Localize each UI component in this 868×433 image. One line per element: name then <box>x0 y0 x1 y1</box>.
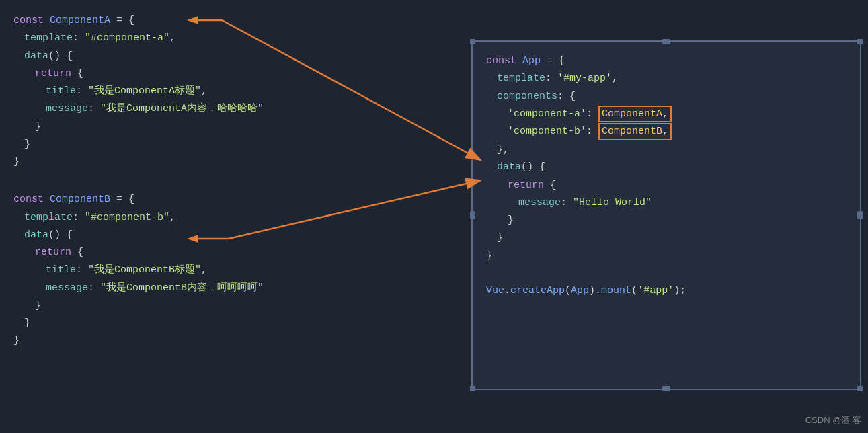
right-code-panel: const App = { template: '#my-app', compo… <box>471 40 861 390</box>
code-line-empty <box>486 265 846 282</box>
code-line: } <box>35 297 417 315</box>
code-line: template: "#component-a", <box>24 30 417 47</box>
resize-handle-left[interactable] <box>470 211 475 219</box>
code-line: return { <box>508 177 846 194</box>
code-line: template: '#my-app', <box>497 70 846 87</box>
component-a-highlight: ComponentA, <box>598 106 672 122</box>
code-line: const ComponentA = { <box>13 12 417 30</box>
code-line: return { <box>35 244 417 262</box>
corner-handle-bl[interactable] <box>470 386 475 391</box>
main-container: const ComponentA = { template: "#compone… <box>0 0 868 433</box>
component-b-block: const ComponentB = { template: "#compone… <box>13 191 417 350</box>
resize-handle-top[interactable] <box>662 39 670 44</box>
component-b-highlight: ComponentB, <box>598 123 672 140</box>
corner-handle-tl[interactable] <box>470 39 475 44</box>
corner-handle-br[interactable] <box>857 386 863 391</box>
resize-handle-bottom[interactable] <box>662 386 670 391</box>
code-line: } <box>13 332 417 350</box>
code-line: const ComponentB = { <box>13 191 417 208</box>
code-line-component-a: 'component-a': ComponentA, <box>508 106 846 124</box>
corner-handle-tr[interactable] <box>857 39 863 44</box>
component-a-block: const ComponentA = { template: "#compone… <box>13 12 417 171</box>
code-line: template: "#component-b", <box>24 209 417 227</box>
code-line: } <box>24 315 417 332</box>
code-line: return { <box>35 65 417 83</box>
code-line: components: { <box>497 88 846 106</box>
code-line: } <box>508 212 846 229</box>
code-line: data() { <box>497 159 846 176</box>
code-line: } <box>497 229 846 247</box>
code-line: message: "我是ComponentB内容，呵呵呵呵" <box>46 280 417 297</box>
code-line: } <box>35 118 417 136</box>
code-line: message: "Hello World" <box>518 194 846 212</box>
code-line-mount: Vue.createApp(App).mount('#app'); <box>486 282 846 300</box>
code-line: } <box>13 153 417 171</box>
code-line: message: "我是ComponentA内容，哈哈哈哈" <box>46 100 417 118</box>
code-line: } <box>24 136 417 153</box>
code-line: data() { <box>24 48 417 65</box>
code-line: }, <box>497 141 846 159</box>
watermark: CSDN @酒 客 <box>805 414 861 426</box>
resize-handle-right[interactable] <box>857 211 863 219</box>
code-line: title: "我是ComponentA标题", <box>46 83 417 100</box>
spacer <box>13 171 417 191</box>
code-line: title: "我是ComponentB标题", <box>46 262 417 279</box>
code-line: const App = { <box>486 52 846 70</box>
code-line: data() { <box>24 227 417 244</box>
code-line-component-b: 'component-b': ComponentB, <box>508 123 846 141</box>
code-line: } <box>486 247 846 265</box>
left-code-panel: const ComponentA = { template: "#compone… <box>0 0 430 433</box>
